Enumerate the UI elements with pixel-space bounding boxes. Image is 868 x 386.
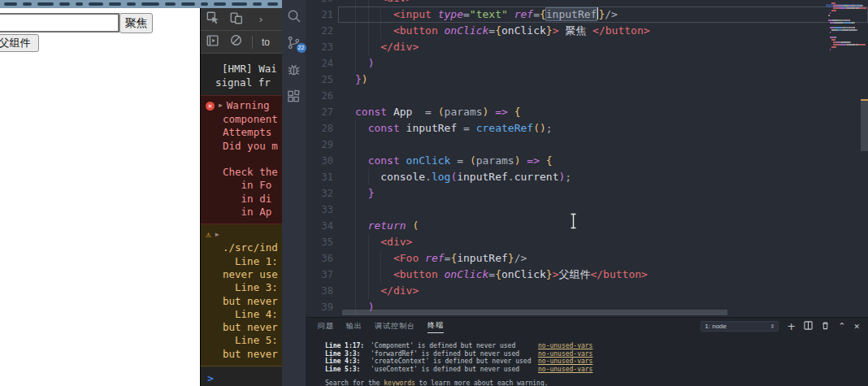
console-prompt[interactable]: > [201, 366, 282, 384]
code-text[interactable]: </div> [338, 283, 868, 299]
problem-rule-link[interactable]: no-unused-vars [538, 342, 592, 350]
token: ) [362, 73, 368, 85]
problem-location: Line 5:3: [325, 366, 371, 374]
problem-rule-link[interactable]: no-unused-vars [538, 358, 592, 366]
page-text-input[interactable] [0, 13, 119, 33]
bookmark-item[interactable] [141, 2, 159, 6]
frame-context-select[interactable]: to [262, 37, 270, 48]
code-text[interactable]: <Foo ref={inputRef}/> [338, 250, 868, 267]
maximize-panel-icon[interactable] [838, 322, 845, 331]
kill-terminal-icon[interactable] [821, 321, 830, 332]
bookmark-item[interactable] [232, 2, 247, 6]
code-text[interactable] [338, 202, 868, 218]
panel-tab-输出[interactable]: 输出 [346, 321, 362, 333]
expand-arrow-icon[interactable] [215, 228, 219, 241]
terminal-output[interactable]: Line 1:17:'Component' is defined but nev… [325, 342, 865, 386]
token: ref [514, 8, 533, 20]
code-text[interactable]: const onClick = (params) => { [338, 153, 868, 169]
clear-console-icon[interactable] [229, 33, 243, 50]
extensions-icon[interactable] [286, 88, 302, 104]
parent-component-button[interactable]: 父组件 [0, 34, 39, 52]
code-text[interactable]: return ( [338, 218, 868, 234]
console-sidebar-icon[interactable] [206, 33, 220, 51]
code-line-26: 26 [306, 88, 868, 104]
expand-arrow-icon[interactable] [219, 99, 223, 112]
bookmark-item[interactable] [59, 2, 70, 6]
indent-guide [355, 218, 368, 234]
vertical-scrollbar[interactable] [861, 99, 868, 151]
terminal-shell-select[interactable]: 1: node [701, 321, 779, 332]
indent-guide [368, 267, 381, 283]
bookmark-item[interactable] [37, 2, 54, 6]
bookmark-item[interactable] [76, 2, 83, 6]
bookmark-item[interactable] [89, 2, 103, 6]
code-text[interactable]: const inputRef = createRef(); [338, 120, 868, 137]
code-text[interactable]: <div> [338, 234, 868, 250]
split-terminal-icon[interactable] [804, 321, 813, 332]
token: = [463, 8, 470, 20]
indent-guide [355, 234, 368, 250]
minimap[interactable] [828, 2, 859, 51]
focus-button[interactable]: 聚焦 [119, 13, 153, 33]
more-tabs-icon[interactable]: › [258, 13, 264, 25]
bookmark-item[interactable] [23, 2, 32, 6]
code-text[interactable]: } [338, 185, 868, 202]
panel-tab-调试控制台[interactable]: 调试控制台 [375, 321, 415, 333]
minimap-line [828, 49, 859, 50]
token: . [508, 171, 514, 183]
bookmark-item[interactable] [201, 2, 208, 6]
code-text[interactable]: console.log(inputRef.current); [338, 169, 868, 185]
search-icon[interactable] [286, 7, 302, 24]
new-terminal-icon[interactable] [787, 322, 796, 332]
bookmark-item[interactable] [253, 2, 262, 6]
bookmark-item[interactable] [181, 2, 195, 6]
code-text[interactable]: <button onClick={onClick}>父组件</button> [338, 267, 868, 283]
code-line-37: 37<button onClick={onClick}>父组件</button> [306, 267, 868, 283]
code-text[interactable]: }) [338, 72, 868, 88]
console-message-text: in di [206, 193, 282, 206]
token: </div> [380, 41, 419, 53]
bookmark-item[interactable] [214, 2, 226, 6]
code-editor[interactable]: 20<div>21<input type="text" ref={inputRe… [306, 0, 868, 317]
panel-tab-问题[interactable]: 问题 [318, 321, 334, 333]
bookmark-item[interactable] [127, 2, 136, 6]
problem-rule-link[interactable]: no-unused-vars [538, 350, 592, 358]
token: onClick [445, 24, 489, 37]
inspect-element-icon[interactable] [206, 11, 220, 28]
bookmark-item[interactable] [267, 2, 278, 6]
bookmark-item[interactable] [4, 2, 17, 6]
panel-tab-终端[interactable]: 终端 [427, 320, 444, 333]
close-panel-icon[interactable] [853, 322, 860, 332]
horizontal-scrollbar[interactable] [342, 310, 727, 315]
bookmarks-bar[interactable] [0, 0, 282, 8]
indent-guide [368, 234, 381, 250]
code-line-27: 27const App = (params) => { [306, 104, 868, 120]
debug-icon[interactable] [286, 61, 302, 77]
code-text[interactable]: <input type="text" ref={inputRef}/> [338, 7, 868, 23]
console-error-message[interactable]: WarningcomponentAttemptsDid you m Check … [201, 95, 282, 224]
problem-rule-link[interactable]: no-unused-vars [538, 366, 592, 374]
code-text[interactable] [338, 137, 868, 153]
bookmark-item[interactable] [165, 2, 176, 6]
console-warning-message[interactable]: ./src/ind Line 1:never use Line 3:but ne… [201, 224, 282, 366]
code-text[interactable]: ) [338, 55, 868, 72]
token: log [432, 171, 450, 183]
code-text[interactable]: <div> [338, 0, 868, 7]
code-text[interactable] [338, 88, 868, 104]
token: const [355, 106, 387, 118]
indent-guide [355, 202, 368, 218]
devtools-console[interactable]: [HMR] Waisignal fr WarningcomponentAttem… [201, 54, 282, 386]
device-toolbar-icon[interactable] [229, 11, 244, 28]
token: params [445, 106, 483, 118]
problem-row: Line 3:3:'forwardRef' is defined but nev… [325, 350, 865, 358]
source-control-icon[interactable]: 22 [286, 34, 302, 50]
code-text[interactable]: </div> [338, 39, 868, 55]
indent-guide [355, 120, 368, 137]
token: ) [540, 122, 546, 134]
code-text[interactable]: const App = (params) => { [338, 104, 868, 120]
code-text[interactable]: <button onClick={onClick}> 聚焦 </button> [338, 23, 868, 39]
bookmark-item[interactable] [109, 2, 121, 6]
line-number: 29 [306, 137, 338, 153]
token: = [450, 154, 469, 167]
console-message-text: Line 4: [206, 308, 282, 321]
